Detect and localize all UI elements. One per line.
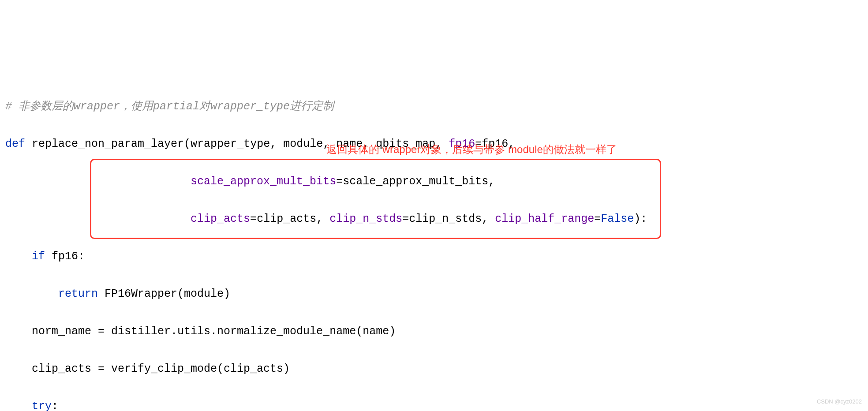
comment-text: # 非参数层的wrapper，使用partial对wrapper_type进行定… bbox=[5, 100, 334, 113]
code-line-if: if fp16: bbox=[5, 247, 863, 266]
code-line-clip: clip_acts = verify_clip_mode(clip_acts) bbox=[5, 360, 863, 379]
code-line-try: try: bbox=[5, 397, 863, 411]
code-line-def-cont: scale_approx_mult_bits=scale_approx_mult… bbox=[5, 172, 863, 191]
code-editor: # 非参数层的wrapper，使用partial对wrapper_type进行定… bbox=[0, 75, 868, 411]
code-line-return-fp16: return FP16Wrapper(module) bbox=[5, 285, 863, 304]
code-line-norm: norm_name = distiller.utils.normalize_mo… bbox=[5, 322, 863, 341]
watermark: CSDN @cyz0202 bbox=[817, 397, 862, 407]
code-line-comment: # 非参数层的wrapper，使用partial对wrapper_type进行定… bbox=[5, 97, 863, 116]
code-line-def-cont2: clip_acts=clip_acts, clip_n_stds=clip_n_… bbox=[5, 210, 863, 229]
annotation-text: 返回具体的 wrapper对象，后续与带参 module的做法就一样了 bbox=[326, 141, 617, 159]
